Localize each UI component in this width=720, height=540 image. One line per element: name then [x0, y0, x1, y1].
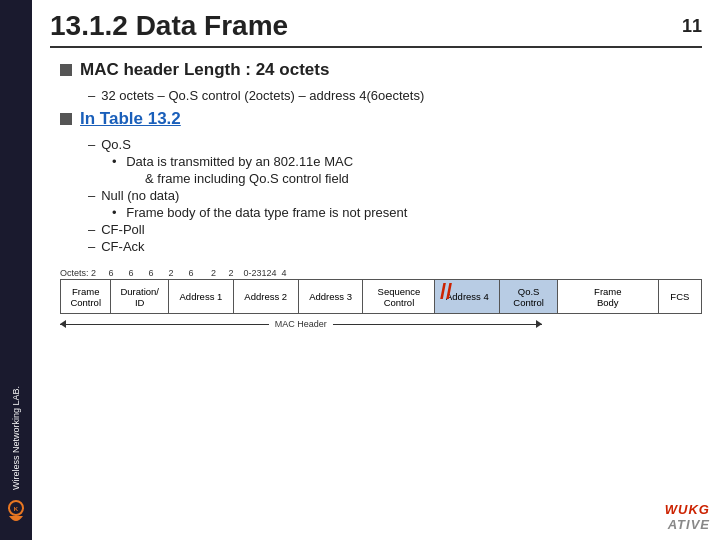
bullet-2-link[interactable]: In Table 13.2 [80, 109, 181, 129]
bottom-logo: WUKG ATIVE [665, 502, 710, 532]
detail2-text: & frame including Qo.S control field [145, 171, 349, 186]
slide-content: MAC header Length : 24 octets – 32 octet… [50, 60, 702, 332]
bullet-2-sub1-detail1: • Data is transmitted by an 802.11e MAC [112, 154, 702, 169]
bullet-2-sub2-text: Null (no data) [101, 188, 179, 203]
cell-sequence-control: SequenceControl [363, 280, 435, 314]
bullet-2-sub1: – Qo.S [88, 137, 702, 152]
bullet-1-sub1: – 32 octets – Qo.S control (2octets) – a… [88, 88, 702, 103]
dash-2: – [88, 137, 95, 152]
slide-header: 13.1.2 Data Frame 11 [50, 10, 702, 48]
cell-address2: Address 2 [233, 280, 298, 314]
slash-marks: // [440, 279, 452, 305]
kwangwoon-logo-text: WUKG ATIVE [665, 502, 710, 532]
slide-title: 13.1.2 Data Frame [50, 10, 288, 42]
university-logo: K [2, 498, 30, 526]
sub2-detail-text: Frame body of the data type frame is not… [126, 205, 407, 220]
bullet-2: In Table 13.2 [60, 109, 702, 129]
frame-wrapper: // FrameControl Duration/ID Address 1 Ad… [60, 279, 702, 314]
cell-address3: Address 3 [298, 280, 363, 314]
dot-1: • [112, 154, 117, 169]
cell-duration-id: Duration/ID [111, 280, 169, 314]
bullet-2-sub1-text: Qo.S [101, 137, 131, 152]
octets-label: Octets: 2 6 6 6 2 6 2 2 0-23124 4 [60, 268, 287, 278]
detail1-text: Data is transmitted by an 802.11e MAC [126, 154, 353, 169]
bullet-1: MAC header Length : 24 octets [60, 60, 702, 80]
bullet-square-2 [60, 113, 72, 125]
dot-2: • [112, 205, 117, 220]
bullet-1-text: MAC header Length : 24 octets [80, 60, 329, 80]
bullet-square-1 [60, 64, 72, 76]
bullet-2-sub3: – CF-Poll [88, 222, 702, 237]
dash-3: – [88, 188, 95, 203]
sidebar: Wireless Networking LAB. K [0, 0, 32, 540]
bullet-1-sub1-text: 32 octets – Qo.S control (2octets) – add… [101, 88, 424, 103]
bullet-2-sub2-detail: • Frame body of the data type frame is n… [112, 205, 702, 220]
dash-1: – [88, 88, 95, 103]
frame-diagram: Octets: 2 6 6 6 2 6 2 2 0-23124 4 // Fra… [60, 268, 702, 332]
sidebar-lab-label: Wireless Networking LAB. [11, 386, 22, 490]
arrow-right [536, 320, 542, 328]
cell-qos-control: Qo.SControl [500, 280, 558, 314]
frame-table: FrameControl Duration/ID Address 1 Addre… [60, 279, 702, 314]
bullet-2-sub2: – Null (no data) [88, 188, 702, 203]
slide-number: 11 [682, 10, 702, 37]
svg-text:K: K [14, 506, 19, 512]
cell-frame-control: FrameControl [61, 280, 111, 314]
cell-fcs: FCS [658, 280, 701, 314]
cell-address1: Address 1 [169, 280, 234, 314]
mac-header-label: MAC Header [269, 319, 333, 329]
bullet-2-sub4-text: CF-Ack [101, 239, 144, 254]
mac-header-arrow: MAC Header [60, 316, 542, 332]
mac-header-row: MAC Header [60, 316, 702, 332]
cell-frame-body: FrameBody [557, 280, 658, 314]
dash-4: – [88, 222, 95, 237]
main-content: 13.1.2 Data Frame 11 MAC header Length :… [32, 0, 720, 540]
octets-line: Octets: 2 6 6 6 2 6 2 2 0-23124 4 [60, 268, 702, 278]
arrow-left [60, 320, 66, 328]
bullet-2-sub1-detail2: & frame including Qo.S control field [145, 171, 702, 186]
dash-5: – [88, 239, 95, 254]
bullet-2-sub4: – CF-Ack [88, 239, 702, 254]
bullet-2-sub3-text: CF-Poll [101, 222, 144, 237]
